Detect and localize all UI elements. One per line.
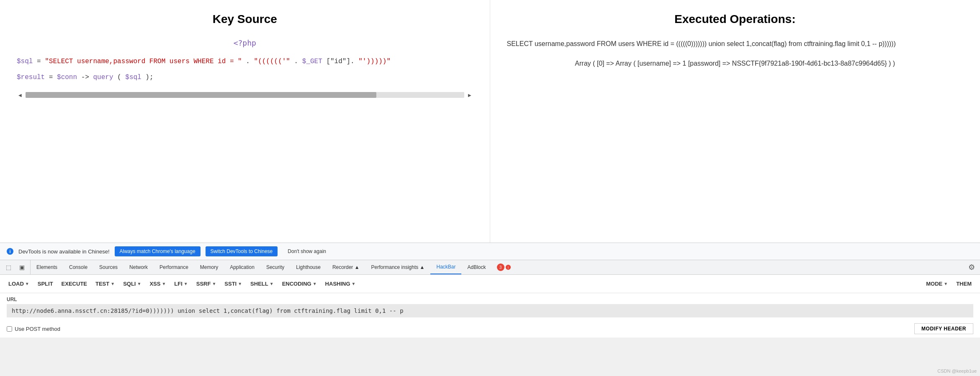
tab-badge-group: 3 ! <box>495 263 511 271</box>
executed-ops-title: Executed Operations: <box>507 13 964 26</box>
mode-button[interactable]: MODE ▼ <box>923 279 951 289</box>
dont-show-again-button[interactable]: Don't show again <box>283 246 331 256</box>
executed-ops-panel: Executed Operations: SELECT username,pas… <box>490 0 980 243</box>
tab-security[interactable]: Security <box>260 260 290 274</box>
scrollbar-track[interactable] <box>26 92 464 98</box>
test-button[interactable]: TEST ▼ <box>92 279 118 289</box>
ssrf-arrow: ▼ <box>212 281 216 286</box>
ssrf-button[interactable]: SSRF ▼ <box>193 279 220 289</box>
tab-adblock[interactable]: AdBlock <box>461 260 491 274</box>
them-button[interactable]: THEM <box>953 279 975 289</box>
load-arrow: ▼ <box>25 281 29 286</box>
post-method-label: Use POST method <box>15 326 60 332</box>
badge-icon: ! <box>505 264 511 270</box>
post-method-checkbox[interactable]: Use POST method <box>7 326 60 332</box>
match-language-button[interactable]: Always match Chrome's language <box>115 246 201 256</box>
svg-text:!: ! <box>507 266 508 270</box>
tab-performance[interactable]: Performance <box>154 260 194 274</box>
ssti-arrow: ▼ <box>238 281 242 286</box>
tab-console[interactable]: Console <box>63 260 93 274</box>
shell-button[interactable]: SHELL ▼ <box>247 279 277 289</box>
executed-sql-text: SELECT username,password FROM users WHER… <box>507 38 964 49</box>
hashing-button[interactable]: HASHING ▼ <box>322 279 359 289</box>
tab-lighthouse[interactable]: Lighthouse <box>290 260 327 274</box>
tab-memory[interactable]: Memory <box>194 260 224 274</box>
test-arrow: ▼ <box>111 281 115 286</box>
horizontal-scrollbar[interactable]: ◀ ▶ <box>17 92 473 98</box>
notification-message: DevTools is now available in Chinese! <box>18 248 110 255</box>
array-result-text: Array ( [0] => Array ( [username] => 1 [… <box>507 58 964 69</box>
tab-hackbar[interactable]: HackBar <box>430 260 461 274</box>
sqli-arrow: ▼ <box>137 281 141 286</box>
hackbar-bottom-bar: Use POST method MODIFY HEADER <box>0 320 980 338</box>
code-var-sql: $sql <box>17 58 33 65</box>
lfi-button[interactable]: LFI ▼ <box>171 279 191 289</box>
mode-arrow: ▼ <box>944 281 948 286</box>
sqli-button[interactable]: SQLI ▼ <box>120 279 144 289</box>
settings-icon[interactable]: ⚙ <box>963 263 980 272</box>
url-input[interactable] <box>7 304 973 317</box>
tab-recorder[interactable]: Recorder ▲ <box>327 260 365 274</box>
scroll-left-arrow[interactable]: ◀ <box>17 92 23 98</box>
tab-application[interactable]: Application <box>224 260 260 274</box>
encoding-arrow: ▼ <box>313 281 317 286</box>
result-code-line: $result = $conn -> query ( $sql ); <box>17 72 473 83</box>
ssti-button[interactable]: SSTI ▼ <box>221 279 245 289</box>
devtools-tabs-bar: ⬚ ▣ Elements Console Sources Network Per… <box>0 260 980 275</box>
lfi-arrow: ▼ <box>184 281 188 286</box>
url-label: URL <box>7 297 973 302</box>
shell-arrow: ▼ <box>270 281 274 286</box>
cursor-icon[interactable]: ⬚ <box>3 262 13 272</box>
encoding-button[interactable]: ENCODING ▼ <box>279 279 320 289</box>
scroll-right-arrow[interactable]: ▶ <box>466 92 473 98</box>
post-method-input[interactable] <box>7 326 12 332</box>
csdn-watermark: CSDN @keepb1ue <box>937 368 977 373</box>
hackbar-url-section: URL <box>0 293 980 320</box>
key-source-title: Key Source <box>17 13 473 26</box>
devtools-icon-group: ⬚ ▣ <box>0 260 31 274</box>
php-tag: <?php <box>17 38 473 47</box>
info-icon: i <box>7 248 13 255</box>
tab-elements[interactable]: Elements <box>31 260 63 274</box>
tab-network[interactable]: Network <box>123 260 154 274</box>
xss-button[interactable]: XSS ▼ <box>146 279 169 289</box>
devtools-notification-bar: i DevTools is now available in Chinese! … <box>0 243 980 260</box>
error-badge: 3 <box>497 263 504 271</box>
execute-button[interactable]: EXECUTE <box>58 279 90 289</box>
key-source-panel: Key Source <?php $sql = "SELECT username… <box>0 0 490 243</box>
hackbar-toolbar: LOAD ▼ SPLIT EXECUTE TEST ▼ SQLI ▼ XSS ▼… <box>0 275 980 293</box>
load-button[interactable]: LOAD ▼ <box>5 279 33 289</box>
xss-arrow: ▼ <box>162 281 166 286</box>
modify-header-button[interactable]: MODIFY HEADER <box>914 323 973 334</box>
tab-performance-insights[interactable]: Performance insights ▲ <box>365 260 431 274</box>
split-button[interactable]: SPLIT <box>34 279 57 289</box>
code-str-sql: "SELECT username,password FROM users WHE… <box>45 58 242 65</box>
scrollbar-thumb[interactable] <box>26 92 376 98</box>
switch-devtools-button[interactable]: Switch DevTools to Chinese <box>206 246 278 256</box>
tab-sources[interactable]: Sources <box>93 260 123 274</box>
device-icon[interactable]: ▣ <box>17 262 27 272</box>
sql-code-line: $sql = "SELECT username,password FROM us… <box>17 56 473 67</box>
hashing-arrow: ▼ <box>352 281 356 286</box>
